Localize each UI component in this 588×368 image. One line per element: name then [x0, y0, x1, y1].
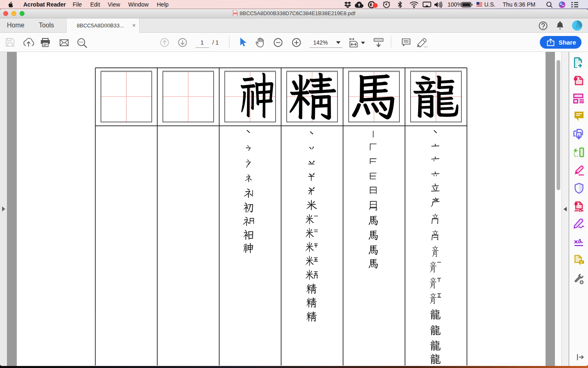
svg-text:PDF: PDF	[233, 12, 237, 14]
